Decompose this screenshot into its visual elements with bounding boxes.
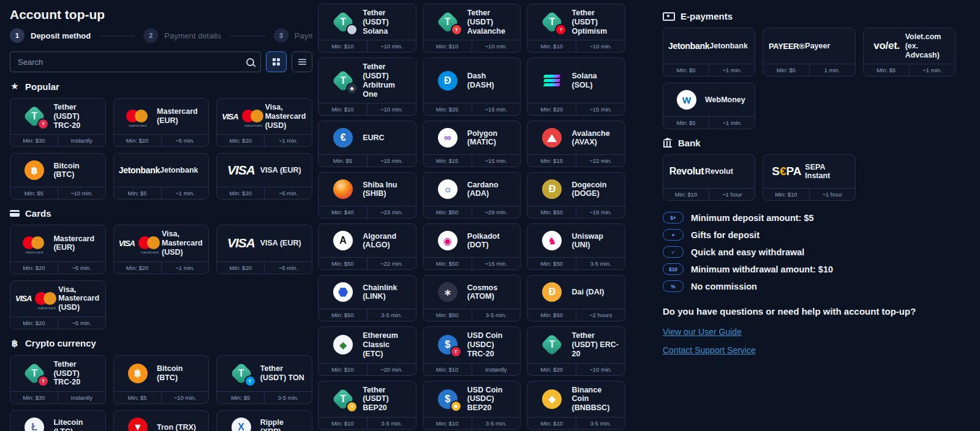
payment-method-card[interactable]: VISAmastercardVisa, Mastercard (USD)Min:…	[216, 98, 312, 147]
min-amount: Min: $5	[318, 155, 367, 167]
section-header-bank: Bank	[663, 138, 956, 148]
contact-support-link[interactable]: Contact Support Service	[663, 345, 756, 355]
payment-method-card[interactable]: TTTether (USDT) TRC-20Min: $30Instantly	[10, 98, 106, 147]
min-withdrawal-icon: $10	[663, 263, 684, 275]
processing-time: ~1 min.	[909, 64, 955, 76]
payment-method-title: Bitcoin (BTC)	[157, 364, 203, 383]
payment-method-card[interactable]: ÐDash (DASH)Min: $25~15 min.	[423, 58, 521, 116]
payment-method-card-top: ♞Uniswap (UNI)	[527, 224, 625, 257]
min-amount: Min: $10	[423, 40, 472, 52]
payment-method-card[interactable]: ◆Ethereum Classic (ETC)Min: $10~20 min.	[318, 326, 417, 375]
step-2-circle: 2	[143, 28, 158, 43]
payment-method-card[interactable]: JetonbankJetonbankMin: $5~1 min.	[663, 28, 755, 77]
payment-method-card[interactable]: mastercardMastercard (EUR)Min: $20~5 min…	[113, 98, 209, 147]
payment-method-card[interactable]: ÐDogecoin (DOGE)Min: $50~19 min.	[527, 172, 625, 219]
min-amount: Min: $10	[318, 364, 367, 375]
processing-time: 3-5 min.	[576, 418, 625, 429]
visa-mastercard-icon: VISAmastercard	[222, 110, 265, 123]
section-title-epayments: E-payments	[680, 11, 733, 21]
tether-solana-icon: T	[323, 12, 363, 32]
cosmos-icon: ∗	[428, 282, 467, 302]
mastercard-wordmark: mastercard	[138, 250, 162, 254]
section-header-crypto: ฿Crypto currency	[10, 338, 312, 349]
payment-method-card[interactable]: ▼Tron (TRX)Min: $10Instantly	[113, 410, 209, 431]
payment-method-card[interactable]: ฿Bitcoin (BTC)Min: $5~10 min.	[10, 153, 106, 200]
payment-method-card[interactable]: VISAVISA (EUR)Min: $20~5 min.	[216, 225, 312, 274]
payment-method-card[interactable]: ÐDai (DAI)Min: $50~2 hours	[527, 275, 625, 321]
uniswap-icon: ♞	[542, 231, 562, 250]
payment-method-card[interactable]: VISAmastercardVisa, Mastercard (USD)Min:…	[113, 225, 209, 274]
payment-method-card[interactable]: TTether (USDT) SolanaMin: $10~10 min.	[318, 4, 417, 53]
payment-method-title: Tron (TRX)	[157, 423, 203, 431]
user-guide-link[interactable]: View our User Guide	[663, 327, 742, 337]
payment-method-card-top: Solana (SOL)	[527, 58, 625, 103]
payment-method-title: Dogecoin (DOGE)	[572, 181, 620, 199]
min-amount: Min: $10	[527, 418, 576, 429]
payment-method-card[interactable]: $◆USD Coin (USDC) BEP20Min: $103-5 min.	[423, 381, 521, 430]
payment-method-card[interactable]: ฿Bitcoin (BTC)Min: $5~10 min.	[113, 355, 209, 404]
sepa-logo-euro: €	[780, 165, 786, 178]
payment-method-card[interactable]: ∞Polygon (MATIC)Min: $15~15 min.	[423, 121, 521, 167]
payment-method-card[interactable]: Solana (SOL)Min: $20~15 min.	[527, 58, 625, 116]
payment-method-title: Jetonbank	[709, 42, 750, 51]
grid-view-button[interactable]	[266, 51, 287, 72]
search-input[interactable]	[17, 57, 246, 67]
payment-method-card-top: ŁLitecoin (LTC)	[10, 411, 105, 431]
ripple-icon: X	[222, 418, 260, 431]
payment-method-card[interactable]: T◆Tether (USDT) Arbitrum OneMin: $10~10 …	[318, 58, 417, 116]
min-amount: Min: $5	[864, 64, 909, 76]
payment-method-card[interactable]: S€PASEPA InstantMin: $10~1 hour	[763, 154, 855, 201]
step-3: 3Payment process	[274, 28, 312, 43]
section-header-cards: Cards	[10, 208, 312, 219]
payment-method-card[interactable]: ☼Cardano (ADA)Min: $50~29 min.	[423, 172, 521, 219]
payment-method-card[interactable]: Avalanche (AVAX)Min: $15~22 min.	[527, 121, 625, 167]
payment-method-card[interactable]: VISAVISA (EUR)Min: $20~5 min.	[216, 153, 312, 200]
volet-logo: vo/et.	[869, 40, 905, 52]
cardano-icon: ☼	[428, 179, 467, 199]
payment-method-card-top: JetonbankJetonbank	[663, 28, 755, 64]
payment-method-card[interactable]: Chainlink (LINK)Min: $503-5 min.	[318, 275, 417, 321]
payment-method-card[interactable]: TTTether (USDT) TONMin: $53-5 min.	[216, 355, 312, 404]
payment-method-card[interactable]: ♞Uniswap (UNI)Min: $503-5 min.	[527, 223, 625, 270]
list-view-button[interactable]	[292, 51, 312, 72]
tether-trc20-icon: TT	[15, 363, 53, 384]
payment-method-title: Tether (USDT) TON	[260, 364, 307, 383]
payment-method-card[interactable]: ◉Polkadot (DOT)Min: $50~16 min.	[423, 223, 521, 270]
payment-method-title: USD Coin (USDC) TRC-20	[467, 331, 515, 358]
litecoin-icon: Ł	[15, 418, 53, 431]
tether-trc20-icon: TT	[15, 106, 53, 127]
visa-logo: VISA	[222, 112, 238, 121]
payment-method-card[interactable]: RevolutRevolutMin: $10~1 hour	[663, 154, 755, 201]
payment-method-card[interactable]: VISAmastercardVisa, Mastercard (USD)Min:…	[10, 280, 106, 329]
payment-method-card[interactable]: PAYEER®PayeerMin: $51 min.	[763, 28, 855, 77]
payment-method-card[interactable]: WWebMoneyMin: $5~1 min.	[663, 83, 755, 129]
payment-method-card[interactable]: ŁLitecoin (LTC)Min: $5~5 min.	[10, 410, 106, 431]
payment-method-card-top: ◆Ethereum Classic (ETC)	[318, 327, 416, 362]
mastercard-icon: mastercard	[138, 236, 162, 250]
middle-column: TTether (USDT) SolanaMin: $10~10 min.TTT…	[318, 4, 625, 431]
payment-method-card[interactable]: TTTether (USDT) TRC-20Min: $30Instantly	[10, 355, 106, 404]
payment-method-card[interactable]: €EURCMin: $5~15 min.	[318, 121, 417, 167]
payment-method-card[interactable]: vo/et.Volet.com (ex. Advcash)Min: $5~1 m…	[863, 28, 956, 77]
bank-icon	[663, 138, 673, 148]
tether-ton-icon: TT	[222, 363, 260, 384]
payment-method-card[interactable]: TTTether (USDT) OptimismMin: $10~10 min.	[527, 4, 625, 53]
processing-time: ~15 min.	[472, 155, 521, 167]
payment-method-card[interactable]: mastercardMastercard (EUR)Min: $20~5 min…	[10, 225, 106, 274]
payment-method-card[interactable]: TTether (USDT) ERC-20Min: $20~10 min.	[527, 326, 625, 375]
search-box[interactable]	[10, 51, 261, 72]
payment-method-card[interactable]: ◆Binance Coin (BNBBSC)Min: $103-5 min.	[527, 381, 625, 430]
payment-method-title: USD Coin (USDC) BEP20	[467, 386, 515, 413]
min-amount: Min: $10	[423, 364, 472, 375]
payment-method-card[interactable]: JetonbankJetonbankMin: $5~1 min.	[113, 153, 209, 200]
payment-method-card[interactable]: TTTether (USDT) BEP20Min: $103-5 min.	[318, 381, 417, 430]
payment-method-footer: Min: $10~1 hour	[663, 188, 755, 200]
payment-method-card[interactable]: ∗Cosmos (ATOM)Min: $503-5 min.	[423, 275, 521, 321]
tether-avalanche-icon-badge: T	[452, 25, 461, 34]
step-1: 1Deposit method	[10, 28, 91, 43]
payment-method-card[interactable]: AAlgorand (ALGO)Min: $50~22 min.	[318, 223, 417, 270]
payment-method-card[interactable]: $TUSD Coin (USDC) TRC-20Min: $10Instantl…	[423, 326, 521, 375]
payment-method-card[interactable]: XRipple (XRP)Min: $30~56 min.	[216, 410, 312, 431]
payment-method-card[interactable]: TTTether (USDT) AvalancheMin: $10~10 min…	[423, 4, 521, 53]
payment-method-card[interactable]: Shiba Inu (SHIB)Min: $40~23 min.	[318, 172, 417, 219]
